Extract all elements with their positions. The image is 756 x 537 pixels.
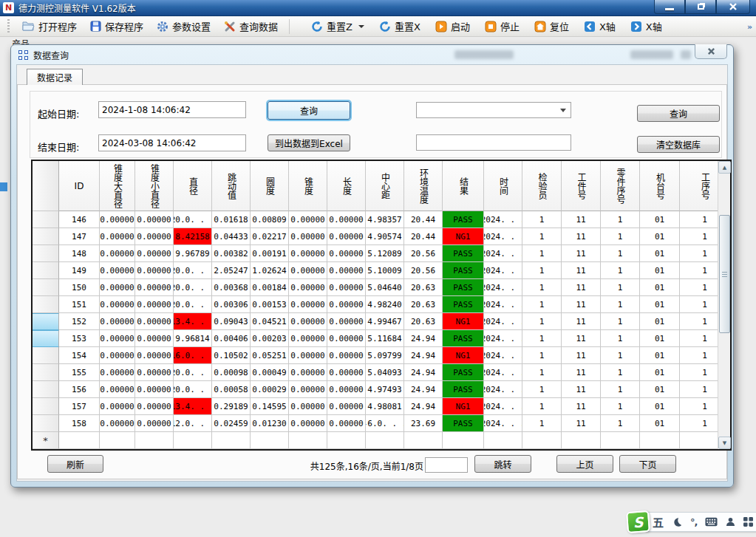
table-cell[interactable]: 01 <box>640 279 680 296</box>
table-cell[interactable]: 147 <box>59 228 100 245</box>
table-cell[interactable]: 152 <box>59 313 100 330</box>
table-cell[interactable]: 20.56 <box>404 245 443 262</box>
table-cell[interactable]: 1 <box>522 415 562 432</box>
table-cell[interactable]: 0.00000 <box>327 262 366 279</box>
table-cell[interactable]: 5.09799 <box>366 347 404 364</box>
sogou-logo-icon[interactable]: S <box>626 510 650 533</box>
minimize-button[interactable] <box>654 0 685 14</box>
table-cell[interactable]: 2024. . . <box>484 313 522 330</box>
toolbar-item-4[interactable]: 查询数据 <box>219 17 283 35</box>
toolbar-item-3[interactable]: 参数设置 <box>151 17 216 35</box>
table-cell[interactable]: 5.11684 <box>366 330 404 347</box>
table-cell[interactable]: 0.00000 <box>289 347 327 364</box>
row-selector[interactable] <box>33 279 59 296</box>
table-cell[interactable]: 23.69 <box>404 415 443 432</box>
toolbar-item-11[interactable]: X轴 <box>625 17 667 35</box>
table-cell[interactable]: 12.0. . . <box>174 415 212 432</box>
table-cell[interactable]: 8.42158 <box>174 228 212 245</box>
table-cell[interactable]: 5.04093 <box>366 364 404 381</box>
table-cell[interactable]: 01 <box>640 330 680 347</box>
table-cell[interactable]: 156 <box>59 381 100 398</box>
toolbar-item-10[interactable]: X轴 <box>579 17 621 35</box>
toolbar-item-8[interactable]: 停止 <box>480 17 525 35</box>
toolbar-item-5[interactable]: 重置Z <box>306 17 370 35</box>
table-cell[interactable]: 1 <box>601 279 640 296</box>
table-cell[interactable]: 2024. . . <box>484 347 522 364</box>
table-cell[interactable]: 20.63 <box>404 296 443 313</box>
table-cell[interactable]: 2024. . . <box>484 381 522 398</box>
table-cell[interactable]: 153 <box>59 330 100 347</box>
row-selector[interactable] <box>33 313 59 330</box>
table-cell[interactable]: 0.02459 <box>212 415 251 432</box>
column-header-9[interactable]: 环境温度 <box>404 161 443 211</box>
table-cell[interactable]: 20.0. . . <box>174 296 212 313</box>
table-cell[interactable]: 0.00000 <box>289 415 327 432</box>
table-cell[interactable]: 0.00000 <box>135 262 174 279</box>
table-cell[interactable]: NG1 <box>443 313 484 330</box>
table-cell[interactable]: 1 <box>522 228 562 245</box>
table-cell[interactable]: 20.0. . . <box>174 262 212 279</box>
end-date-input[interactable] <box>98 134 246 151</box>
toolbar-item-2[interactable]: 保存程序 <box>85 17 149 35</box>
table-cell[interactable]: 0.04521 <box>251 313 289 330</box>
filter-combobox[interactable] <box>416 102 571 118</box>
table-cell[interactable]: 1 <box>522 313 562 330</box>
table-cell[interactable]: 149 <box>59 262 100 279</box>
row-selector[interactable] <box>33 347 59 364</box>
table-cell[interactable]: 24.94 <box>404 398 443 415</box>
table-cell[interactable]: 0.00203 <box>251 330 289 347</box>
table-cell[interactable]: 1 <box>601 381 640 398</box>
table-cell[interactable]: 01 <box>640 381 680 398</box>
table-cell[interactable]: 0.00000 <box>100 398 135 415</box>
table-cell[interactable]: 0.00000 <box>327 398 366 415</box>
table-cell-empty[interactable] <box>59 432 100 449</box>
table-cell[interactable]: 0.00000 <box>100 347 135 364</box>
table-cell[interactable]: 0.00000 <box>100 211 135 228</box>
table-cell[interactable]: 4.99467 <box>366 313 404 330</box>
table-cell[interactable]: 24.94 <box>404 364 443 381</box>
table-cell[interactable]: 4.90574 <box>366 228 404 245</box>
table-cell[interactable]: 0.00000 <box>135 330 174 347</box>
table-cell[interactable]: 11 <box>562 228 601 245</box>
jump-button[interactable]: 跳转 <box>474 455 531 473</box>
column-header-14[interactable]: 零件序号 <box>601 161 640 211</box>
table-cell[interactable]: PASS <box>443 279 484 296</box>
table-cell[interactable]: 20.44 <box>404 211 443 228</box>
table-cell[interactable]: 0.00000 <box>327 313 366 330</box>
table-cell[interactable]: 0.00306 <box>212 296 251 313</box>
table-cell[interactable]: 1 <box>601 313 640 330</box>
table-cell[interactable]: 0.00000 <box>289 279 327 296</box>
table-cell-empty[interactable] <box>601 432 640 449</box>
table-cell[interactable]: 0.00000 <box>135 245 174 262</box>
table-cell-empty[interactable] <box>100 432 135 449</box>
toolbar-item-6[interactable]: 重置X <box>374 17 426 35</box>
table-cell[interactable]: 5.10009 <box>366 262 404 279</box>
table-cell[interactable]: 4.98081 <box>366 398 404 415</box>
table-cell[interactable]: 2024. . . <box>484 211 522 228</box>
table-cell[interactable]: 0.00000 <box>100 313 135 330</box>
toolbar-overflow-chevron[interactable]: » <box>747 22 752 32</box>
table-cell[interactable]: 0.00000 <box>100 279 135 296</box>
table-cell[interactable]: 20.56 <box>404 262 443 279</box>
column-header-5[interactable]: 圆度 <box>251 161 289 211</box>
table-cell[interactable]: 0.00000 <box>289 245 327 262</box>
table-cell[interactable]: PASS <box>443 415 484 432</box>
table-cell[interactable]: 20.63 <box>404 313 443 330</box>
table-cell[interactable]: 0.00000 <box>289 211 327 228</box>
filter-input[interactable] <box>416 134 571 151</box>
jump-page-input[interactable] <box>425 457 468 473</box>
table-cell[interactable]: 0.00000 <box>327 296 366 313</box>
table-cell[interactable]: 0.00000 <box>135 347 174 364</box>
table-cell[interactable]: 0.00000 <box>289 381 327 398</box>
table-cell[interactable]: 13.4. . . <box>174 398 212 415</box>
table-cell[interactable]: 4.97493 <box>366 381 404 398</box>
table-cell-empty[interactable] <box>212 432 251 449</box>
table-cell[interactable]: 0.09043 <box>212 313 251 330</box>
table-cell-empty[interactable] <box>366 432 404 449</box>
table-cell[interactable]: PASS <box>443 364 484 381</box>
table-cell[interactable]: 20.0. . . <box>174 364 212 381</box>
column-header-10[interactable]: 结果 <box>443 161 484 211</box>
table-cell[interactable]: 24.94 <box>404 330 443 347</box>
row-selector[interactable] <box>33 330 59 347</box>
table-cell[interactable]: 0.01230 <box>251 415 289 432</box>
